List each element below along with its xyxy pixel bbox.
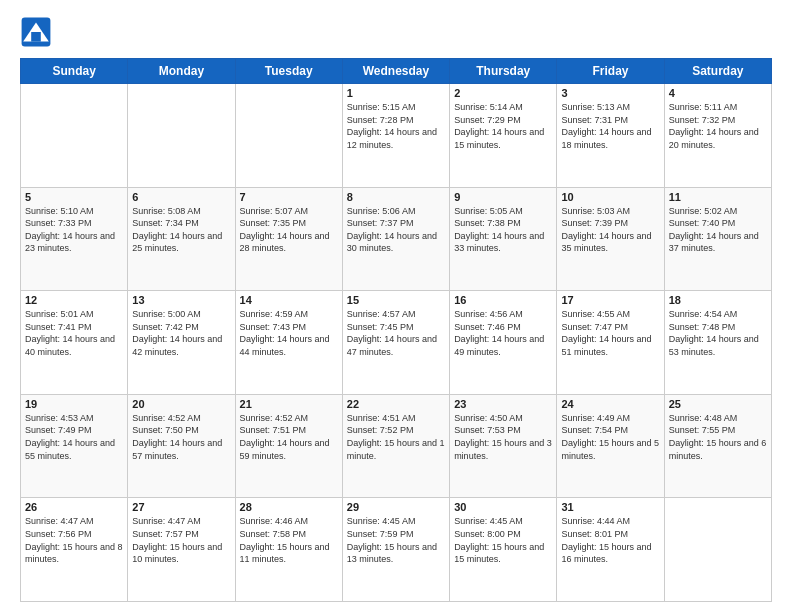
day-number: 27	[132, 501, 230, 513]
day-info: Sunrise: 4:49 AM Sunset: 7:54 PM Dayligh…	[561, 412, 659, 462]
calendar-cell: 26Sunrise: 4:47 AM Sunset: 7:56 PM Dayli…	[21, 498, 128, 602]
day-info: Sunrise: 4:47 AM Sunset: 7:56 PM Dayligh…	[25, 515, 123, 565]
day-number: 8	[347, 191, 445, 203]
calendar-cell: 18Sunrise: 4:54 AM Sunset: 7:48 PM Dayli…	[664, 291, 771, 395]
weekday-header-monday: Monday	[128, 59, 235, 84]
day-number: 10	[561, 191, 659, 203]
day-info: Sunrise: 5:11 AM Sunset: 7:32 PM Dayligh…	[669, 101, 767, 151]
calendar-cell: 25Sunrise: 4:48 AM Sunset: 7:55 PM Dayli…	[664, 394, 771, 498]
calendar-cell: 17Sunrise: 4:55 AM Sunset: 7:47 PM Dayli…	[557, 291, 664, 395]
day-info: Sunrise: 4:53 AM Sunset: 7:49 PM Dayligh…	[25, 412, 123, 462]
day-number: 16	[454, 294, 552, 306]
calendar-cell: 4Sunrise: 5:11 AM Sunset: 7:32 PM Daylig…	[664, 84, 771, 188]
day-info: Sunrise: 4:45 AM Sunset: 8:00 PM Dayligh…	[454, 515, 552, 565]
day-number: 26	[25, 501, 123, 513]
day-number: 22	[347, 398, 445, 410]
day-info: Sunrise: 4:55 AM Sunset: 7:47 PM Dayligh…	[561, 308, 659, 358]
day-info: Sunrise: 4:54 AM Sunset: 7:48 PM Dayligh…	[669, 308, 767, 358]
day-info: Sunrise: 4:44 AM Sunset: 8:01 PM Dayligh…	[561, 515, 659, 565]
day-info: Sunrise: 5:07 AM Sunset: 7:35 PM Dayligh…	[240, 205, 338, 255]
logo-icon	[20, 16, 52, 48]
calendar-cell: 12Sunrise: 5:01 AM Sunset: 7:41 PM Dayli…	[21, 291, 128, 395]
day-info: Sunrise: 4:50 AM Sunset: 7:53 PM Dayligh…	[454, 412, 552, 462]
week-row-3: 12Sunrise: 5:01 AM Sunset: 7:41 PM Dayli…	[21, 291, 772, 395]
weekday-header-friday: Friday	[557, 59, 664, 84]
calendar-cell	[664, 498, 771, 602]
day-number: 3	[561, 87, 659, 99]
week-row-2: 5Sunrise: 5:10 AM Sunset: 7:33 PM Daylig…	[21, 187, 772, 291]
day-info: Sunrise: 4:51 AM Sunset: 7:52 PM Dayligh…	[347, 412, 445, 462]
calendar-cell: 28Sunrise: 4:46 AM Sunset: 7:58 PM Dayli…	[235, 498, 342, 602]
svg-rect-2	[31, 32, 41, 42]
day-info: Sunrise: 5:10 AM Sunset: 7:33 PM Dayligh…	[25, 205, 123, 255]
day-number: 23	[454, 398, 552, 410]
header	[20, 16, 772, 48]
calendar-cell: 5Sunrise: 5:10 AM Sunset: 7:33 PM Daylig…	[21, 187, 128, 291]
day-number: 13	[132, 294, 230, 306]
day-info: Sunrise: 4:47 AM Sunset: 7:57 PM Dayligh…	[132, 515, 230, 565]
day-info: Sunrise: 4:48 AM Sunset: 7:55 PM Dayligh…	[669, 412, 767, 462]
calendar-header: SundayMondayTuesdayWednesdayThursdayFrid…	[21, 59, 772, 84]
day-number: 18	[669, 294, 767, 306]
calendar-cell: 15Sunrise: 4:57 AM Sunset: 7:45 PM Dayli…	[342, 291, 449, 395]
day-number: 19	[25, 398, 123, 410]
day-number: 14	[240, 294, 338, 306]
day-number: 1	[347, 87, 445, 99]
weekday-header-sunday: Sunday	[21, 59, 128, 84]
weekday-row: SundayMondayTuesdayWednesdayThursdayFrid…	[21, 59, 772, 84]
calendar-cell: 16Sunrise: 4:56 AM Sunset: 7:46 PM Dayli…	[450, 291, 557, 395]
calendar-cell: 9Sunrise: 5:05 AM Sunset: 7:38 PM Daylig…	[450, 187, 557, 291]
day-number: 28	[240, 501, 338, 513]
calendar-cell: 30Sunrise: 4:45 AM Sunset: 8:00 PM Dayli…	[450, 498, 557, 602]
day-number: 11	[669, 191, 767, 203]
calendar: SundayMondayTuesdayWednesdayThursdayFrid…	[20, 58, 772, 602]
calendar-cell: 21Sunrise: 4:52 AM Sunset: 7:51 PM Dayli…	[235, 394, 342, 498]
day-info: Sunrise: 5:05 AM Sunset: 7:38 PM Dayligh…	[454, 205, 552, 255]
calendar-cell: 20Sunrise: 4:52 AM Sunset: 7:50 PM Dayli…	[128, 394, 235, 498]
calendar-cell: 22Sunrise: 4:51 AM Sunset: 7:52 PM Dayli…	[342, 394, 449, 498]
calendar-cell: 23Sunrise: 4:50 AM Sunset: 7:53 PM Dayli…	[450, 394, 557, 498]
day-info: Sunrise: 5:08 AM Sunset: 7:34 PM Dayligh…	[132, 205, 230, 255]
page: SundayMondayTuesdayWednesdayThursdayFrid…	[0, 0, 792, 612]
calendar-cell: 7Sunrise: 5:07 AM Sunset: 7:35 PM Daylig…	[235, 187, 342, 291]
weekday-header-saturday: Saturday	[664, 59, 771, 84]
day-number: 7	[240, 191, 338, 203]
week-row-1: 1Sunrise: 5:15 AM Sunset: 7:28 PM Daylig…	[21, 84, 772, 188]
day-info: Sunrise: 5:03 AM Sunset: 7:39 PM Dayligh…	[561, 205, 659, 255]
day-info: Sunrise: 5:00 AM Sunset: 7:42 PM Dayligh…	[132, 308, 230, 358]
calendar-cell: 11Sunrise: 5:02 AM Sunset: 7:40 PM Dayli…	[664, 187, 771, 291]
weekday-header-wednesday: Wednesday	[342, 59, 449, 84]
day-number: 20	[132, 398, 230, 410]
day-info: Sunrise: 4:59 AM Sunset: 7:43 PM Dayligh…	[240, 308, 338, 358]
calendar-cell: 27Sunrise: 4:47 AM Sunset: 7:57 PM Dayli…	[128, 498, 235, 602]
day-info: Sunrise: 4:45 AM Sunset: 7:59 PM Dayligh…	[347, 515, 445, 565]
calendar-cell: 19Sunrise: 4:53 AM Sunset: 7:49 PM Dayli…	[21, 394, 128, 498]
week-row-5: 26Sunrise: 4:47 AM Sunset: 7:56 PM Dayli…	[21, 498, 772, 602]
calendar-cell: 29Sunrise: 4:45 AM Sunset: 7:59 PM Dayli…	[342, 498, 449, 602]
calendar-cell: 31Sunrise: 4:44 AM Sunset: 8:01 PM Dayli…	[557, 498, 664, 602]
calendar-cell: 14Sunrise: 4:59 AM Sunset: 7:43 PM Dayli…	[235, 291, 342, 395]
day-info: Sunrise: 4:52 AM Sunset: 7:51 PM Dayligh…	[240, 412, 338, 462]
calendar-cell	[128, 84, 235, 188]
calendar-cell	[235, 84, 342, 188]
day-number: 30	[454, 501, 552, 513]
calendar-cell: 2Sunrise: 5:14 AM Sunset: 7:29 PM Daylig…	[450, 84, 557, 188]
day-info: Sunrise: 5:02 AM Sunset: 7:40 PM Dayligh…	[669, 205, 767, 255]
weekday-header-thursday: Thursday	[450, 59, 557, 84]
day-number: 5	[25, 191, 123, 203]
logo	[20, 16, 56, 48]
day-number: 12	[25, 294, 123, 306]
day-info: Sunrise: 4:56 AM Sunset: 7:46 PM Dayligh…	[454, 308, 552, 358]
calendar-cell: 3Sunrise: 5:13 AM Sunset: 7:31 PM Daylig…	[557, 84, 664, 188]
day-number: 21	[240, 398, 338, 410]
day-info: Sunrise: 5:14 AM Sunset: 7:29 PM Dayligh…	[454, 101, 552, 151]
week-row-4: 19Sunrise: 4:53 AM Sunset: 7:49 PM Dayli…	[21, 394, 772, 498]
day-number: 6	[132, 191, 230, 203]
day-number: 25	[669, 398, 767, 410]
day-number: 9	[454, 191, 552, 203]
calendar-cell: 10Sunrise: 5:03 AM Sunset: 7:39 PM Dayli…	[557, 187, 664, 291]
calendar-cell: 1Sunrise: 5:15 AM Sunset: 7:28 PM Daylig…	[342, 84, 449, 188]
day-number: 24	[561, 398, 659, 410]
calendar-cell: 8Sunrise: 5:06 AM Sunset: 7:37 PM Daylig…	[342, 187, 449, 291]
day-info: Sunrise: 4:46 AM Sunset: 7:58 PM Dayligh…	[240, 515, 338, 565]
